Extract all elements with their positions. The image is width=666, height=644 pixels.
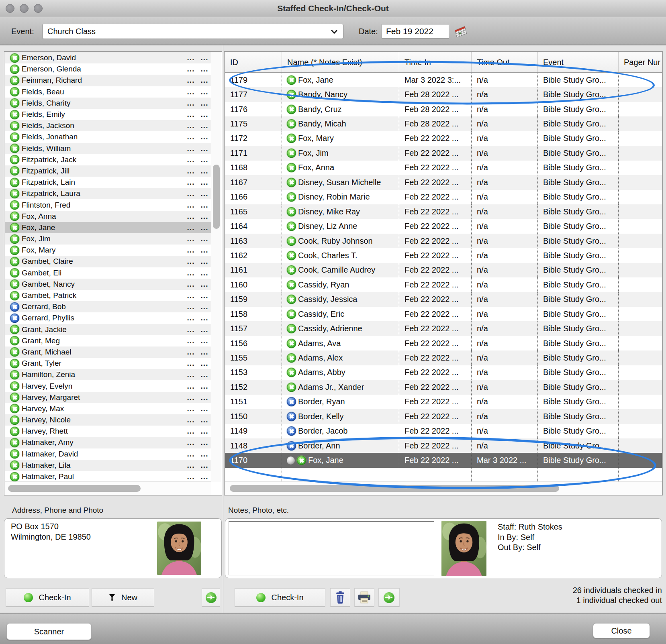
roster-row[interactable]: Gambet, Patrick...... bbox=[5, 290, 211, 301]
table-row[interactable]: 1179Fox, JaneMar 3 2022 3:...n/aBible St… bbox=[225, 73, 662, 87]
roster-ellipsis-button-1[interactable]: ... bbox=[184, 302, 198, 311]
roster-ellipsis-button-1[interactable]: ... bbox=[184, 325, 198, 334]
roster-ellipsis-button-2[interactable]: ... bbox=[198, 404, 211, 413]
roster-ellipsis-button-1[interactable]: ... bbox=[184, 472, 198, 481]
roster-ellipsis-button-2[interactable]: ... bbox=[198, 359, 211, 368]
column-header-event[interactable]: Event bbox=[538, 52, 619, 72]
table-row[interactable]: 1157Cassidy, AdrienneFeb 22 2022 ...n/aB… bbox=[225, 321, 662, 336]
roster-ellipsis-button-2[interactable]: ... bbox=[198, 269, 211, 277]
table-row[interactable]: 1152Adams Jr., XanderFeb 22 2022 ...n/aB… bbox=[225, 380, 662, 394]
roster-ellipsis-button-2[interactable]: ... bbox=[198, 416, 211, 424]
roster-transfer-button[interactable] bbox=[202, 588, 220, 607]
roster-row[interactable]: Fitzpatrick, Jill...... bbox=[5, 165, 211, 177]
attendance-check-in-button[interactable]: Check-In bbox=[235, 588, 325, 607]
roster-row[interactable]: Grant, Meg...... bbox=[5, 335, 211, 346]
table-row[interactable]: 1167Disney, Susan MichelleFeb 22 2022 ..… bbox=[225, 175, 662, 190]
roster-row[interactable]: Harvey, Evelyn...... bbox=[5, 380, 211, 391]
roster-ellipsis-button-1[interactable]: ... bbox=[184, 99, 198, 108]
roster-row[interactable]: Gerrard, Phyllis...... bbox=[5, 312, 211, 324]
roster-ellipsis-button-1[interactable]: ... bbox=[184, 88, 198, 96]
roster-ellipsis-button-1[interactable]: ... bbox=[184, 427, 198, 436]
roster-ellipsis-button-2[interactable]: ... bbox=[198, 132, 211, 141]
roster-ellipsis-button-1[interactable]: ... bbox=[184, 438, 198, 447]
roster-row[interactable]: Harvey, Margaret...... bbox=[5, 392, 211, 403]
roster-ellipsis-button-2[interactable]: ... bbox=[198, 234, 211, 243]
roster-ellipsis-button-1[interactable]: ... bbox=[184, 461, 198, 470]
roster-horizontal-scrollbar-thumb[interactable] bbox=[8, 485, 141, 492]
roster-ellipsis-button-1[interactable]: ... bbox=[184, 382, 198, 391]
roster-horizontal-scrollbar[interactable] bbox=[5, 481, 211, 495]
table-row[interactable]: 1151Border, RyanFeb 22 2022 ...n/aBible … bbox=[225, 395, 662, 409]
table-row[interactable]: 1166Disney, Robin MarieFeb 22 2022 ...n/… bbox=[225, 190, 662, 204]
column-header-name-notes-exist-[interactable]: Name (* Notes Exist) bbox=[282, 52, 399, 72]
roster-ellipsis-button-1[interactable]: ... bbox=[184, 370, 198, 379]
roster-ellipsis-button-1[interactable]: ... bbox=[184, 404, 198, 413]
roster-vertical-scrollbar[interactable] bbox=[211, 52, 221, 482]
column-header-id[interactable]: ID bbox=[225, 52, 282, 72]
table-row[interactable]: 1165Disney, Mike RayFeb 22 2022 ...n/aBi… bbox=[225, 204, 662, 219]
roster-ellipsis-button-1[interactable]: ... bbox=[184, 314, 198, 322]
table-row[interactable]: 1161Cook, Camille AudreyFeb 22 2022 ...n… bbox=[225, 263, 662, 277]
roster-ellipsis-button-2[interactable]: ... bbox=[198, 167, 211, 175]
roster-row[interactable]: Hatmaker, Amy...... bbox=[5, 437, 211, 448]
roster-ellipsis-button-2[interactable]: ... bbox=[198, 65, 211, 73]
roster-ellipsis-button-1[interactable]: ... bbox=[184, 189, 198, 198]
roster-row[interactable]: Hatmaker, Lila...... bbox=[5, 460, 211, 471]
roster-row[interactable]: Fields, Beau...... bbox=[5, 86, 211, 98]
event-select[interactable]: Church Class bbox=[42, 24, 343, 39]
roster-ellipsis-button-2[interactable]: ... bbox=[198, 246, 211, 255]
table-row[interactable]: 1176Bandy, CruzFeb 28 2022 ...n/aBible S… bbox=[225, 102, 662, 116]
roster-ellipsis-button-2[interactable]: ... bbox=[198, 450, 211, 459]
roster-row[interactable]: Harvey, Max...... bbox=[5, 403, 211, 414]
roster-ellipsis-button-1[interactable]: ... bbox=[184, 53, 198, 62]
table-row[interactable]: 1155Adams, AlexFeb 22 2022 ...n/aBible S… bbox=[225, 351, 662, 365]
roster-ellipsis-button-2[interactable]: ... bbox=[198, 121, 211, 130]
roster-row[interactable]: Fox, Anna...... bbox=[5, 211, 211, 222]
roster-ellipsis-button-2[interactable]: ... bbox=[198, 382, 211, 391]
roster-ellipsis-button-2[interactable]: ... bbox=[198, 53, 211, 62]
roster-row[interactable]: Fox, Jim...... bbox=[5, 233, 211, 245]
roster-ellipsis-button-2[interactable]: ... bbox=[198, 336, 211, 345]
roster-ellipsis-button-2[interactable]: ... bbox=[198, 472, 211, 481]
roster-row[interactable]: Hamilton, Zenia...... bbox=[5, 369, 211, 380]
table-row[interactable]: 1163Cook, Ruby JohnsonFeb 22 2022 ...n/a… bbox=[225, 234, 662, 248]
roster-ellipsis-button-1[interactable]: ... bbox=[184, 393, 198, 402]
table-row[interactable]: 1162Cook, Charles T.Feb 22 2022 ...n/aBi… bbox=[225, 248, 662, 263]
roster-ellipsis-button-1[interactable]: ... bbox=[184, 212, 198, 221]
roster-ellipsis-button-1[interactable]: ... bbox=[184, 336, 198, 345]
roster-ellipsis-button-2[interactable]: ... bbox=[198, 427, 211, 436]
roster-row[interactable]: Fields, Charity...... bbox=[5, 98, 211, 109]
table-row[interactable]: 1153Adams, AbbyFeb 22 2022 ...n/aBible S… bbox=[225, 365, 662, 380]
roster-ellipsis-button-2[interactable]: ... bbox=[198, 110, 211, 119]
column-header-pager-nur[interactable]: Pager Nur bbox=[619, 52, 662, 72]
roster-ellipsis-button-1[interactable]: ... bbox=[184, 155, 198, 164]
roster-row[interactable]: Fields, Emily...... bbox=[5, 109, 211, 120]
roster-ellipsis-button-1[interactable]: ... bbox=[184, 348, 198, 357]
new-person-button[interactable]: New bbox=[92, 588, 154, 607]
roster-ellipsis-button-2[interactable]: ... bbox=[198, 348, 211, 357]
roster-row[interactable]: Gambet, Nancy...... bbox=[5, 279, 211, 290]
table-row[interactable]: 1177Bandy, NancyFeb 28 2022 ...n/aBible … bbox=[225, 87, 662, 102]
roster-ellipsis-button-2[interactable]: ... bbox=[198, 88, 211, 96]
roster-ellipsis-button-1[interactable]: ... bbox=[184, 201, 198, 210]
roster-row[interactable]: Gambet, Claire...... bbox=[5, 256, 211, 267]
roster-row[interactable]: Fitzpatrick, Lain...... bbox=[5, 177, 211, 188]
roster-row[interactable]: Fitzpatrick, Jack...... bbox=[5, 154, 211, 165]
column-header-time-in[interactable]: Time In bbox=[399, 52, 472, 72]
table-row[interactable]: 1164Disney, Liz AnneFeb 22 2022 ...n/aBi… bbox=[225, 219, 662, 233]
roster-row[interactable]: Gambet, Eli...... bbox=[5, 267, 211, 279]
roster-ellipsis-button-1[interactable]: ... bbox=[184, 178, 198, 187]
roster-ellipsis-button-1[interactable]: ... bbox=[184, 223, 198, 232]
roster-row[interactable]: Emerson, David...... bbox=[5, 52, 211, 63]
notes-input[interactable] bbox=[229, 521, 434, 575]
date-input[interactable]: Feb 19 2022 bbox=[382, 24, 449, 39]
table-row[interactable]: 1160Cassidy, RyanFeb 22 2022 ...n/aBible… bbox=[225, 277, 662, 292]
roster-ellipsis-button-1[interactable]: ... bbox=[184, 280, 198, 289]
delete-record-button[interactable] bbox=[330, 588, 350, 607]
roster-ellipsis-button-1[interactable]: ... bbox=[184, 65, 198, 73]
roster-row[interactable]: Gerrard, Bob...... bbox=[5, 301, 211, 312]
attendance-transfer-button[interactable] bbox=[378, 588, 400, 607]
roster-ellipsis-button-2[interactable]: ... bbox=[198, 393, 211, 402]
roster-row[interactable]: Flintston, Fred...... bbox=[5, 199, 211, 210]
roster-row[interactable]: Fields, William...... bbox=[5, 143, 211, 154]
